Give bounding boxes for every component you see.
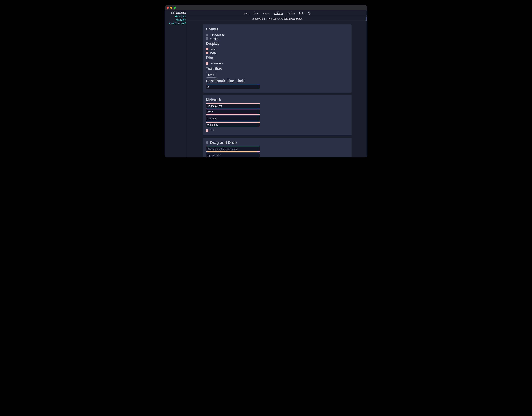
dnd-heading: Drag and Drop: [210, 140, 237, 145]
menu-window[interactable]: window: [287, 12, 295, 15]
window-zoom-button[interactable]: [174, 7, 176, 9]
text-size-heading: Text Size: [206, 66, 349, 71]
status-text: nhex v0.4.5 :: nhex.dev :: irc.libera.ch…: [252, 17, 302, 20]
main: nhex view server settings window help: [187, 10, 367, 157]
window-close-button[interactable]: [167, 7, 169, 9]
sidebar-item-nickserv[interactable]: NickServ: [176, 18, 186, 21]
joins-label: Joins: [210, 47, 216, 50]
parts-label: Parts: [210, 51, 216, 54]
svg-line-3: [308, 12, 309, 13]
tls-checkbox[interactable]: [206, 129, 208, 132]
titlebar: [165, 5, 367, 10]
logging-checkbox[interactable]: [206, 37, 208, 40]
network-host-input[interactable]: [206, 104, 260, 108]
sun-icon[interactable]: [308, 12, 311, 15]
svg-point-0: [309, 13, 310, 14]
parts-checkbox[interactable]: [206, 52, 208, 54]
network-port-input[interactable]: [206, 110, 260, 115]
window-minimize-button[interactable]: [170, 7, 172, 9]
app-window: irc.libera.chat #nhexdev NickServ lead.l…: [165, 5, 367, 157]
dnd-upload-host-input[interactable]: [206, 153, 260, 157]
network-nick-input[interactable]: [206, 116, 260, 121]
dnd-extensions-input[interactable]: [206, 147, 260, 151]
joins-parts-dim-label: Joins/Parts: [210, 62, 223, 65]
menubar: nhex view server settings window help: [187, 10, 367, 16]
scrollbar-thumb[interactable]: [366, 17, 367, 21]
svg-line-8: [310, 12, 310, 13]
network-heading: Network: [206, 97, 349, 102]
timestamps-checkbox[interactable]: [206, 34, 208, 36]
display-heading: Display: [206, 41, 349, 46]
tls-label: TLS: [210, 129, 215, 132]
text-size-select[interactable]: base: [206, 72, 216, 78]
menu-help[interactable]: help: [299, 12, 304, 15]
menu-view[interactable]: view: [253, 12, 259, 15]
scrollback-heading: Scrollback Line Limit: [206, 79, 349, 83]
timestamps-label: Timestamps: [210, 33, 224, 36]
dnd-enable-checkbox[interactable]: [206, 142, 208, 144]
settings-dnd-card: Drag and Drop: [203, 138, 352, 157]
dim-heading: Dim: [206, 56, 349, 60]
menu-nhex[interactable]: nhex: [244, 12, 250, 15]
sidebar-item-channel-nhexdev[interactable]: #nhexdev: [175, 15, 186, 18]
scrollback-input[interactable]: [206, 85, 260, 89]
menu-settings[interactable]: settings: [274, 12, 283, 15]
sidebar: irc.libera.chat #nhexdev NickServ lead.l…: [165, 10, 187, 157]
menu-server[interactable]: server: [263, 12, 270, 15]
network-channels-input[interactable]: [206, 122, 260, 127]
settings-general-card: Enable Timestamps Logging Display Joins: [203, 24, 352, 93]
logging-label: Logging: [210, 37, 219, 40]
sidebar-item-lead[interactable]: lead.libera.chat: [169, 22, 186, 25]
settings-network-card: Network TLS: [203, 95, 352, 135]
sidebar-item-server[interactable]: irc.libera.chat: [171, 11, 186, 14]
enable-heading: Enable: [206, 27, 349, 31]
joins-checkbox[interactable]: [206, 48, 208, 50]
settings-scroll[interactable]: Enable Timestamps Logging Display Joins: [187, 21, 367, 157]
status-bar: nhex v0.4.5 :: nhex.dev :: irc.libera.ch…: [187, 16, 367, 21]
joins-parts-dim-checkbox[interactable]: [206, 62, 208, 65]
